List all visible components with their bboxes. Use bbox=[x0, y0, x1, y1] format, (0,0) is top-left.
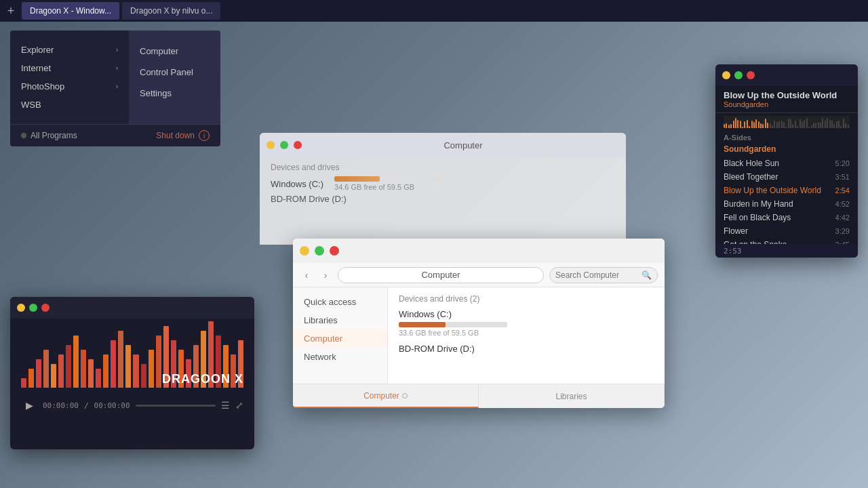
track-name: Fell on Black Days bbox=[724, 213, 791, 222]
play-button[interactable]: ▶ bbox=[21, 397, 37, 413]
windows-drive-bg: Windows (C:) 34.6 GB free of 59.5 GB bbox=[271, 176, 615, 191]
sidebar-item-computer[interactable]: Computer bbox=[293, 329, 387, 348]
waveform-bar-segment bbox=[724, 124, 725, 128]
address-bar[interactable]: Computer bbox=[338, 267, 544, 283]
waveform-bar-segment bbox=[762, 124, 764, 128]
footer-tab-computer[interactable]: Computer bbox=[293, 384, 479, 408]
menu-item-computer[interactable]: Computer bbox=[129, 41, 220, 62]
waveform-bar-segment bbox=[765, 119, 766, 128]
start-menu: Explorer › Internet › PhotoShop › WSB Co… bbox=[10, 30, 220, 146]
waveform-bar-segment bbox=[785, 127, 787, 128]
visualizer-bar bbox=[125, 345, 131, 388]
waveform-bar-segment bbox=[831, 121, 833, 128]
explorer-main-window: ‹ › Computer 🔍 Quick access Libraries Co… bbox=[293, 239, 665, 408]
track-duration: 2:54 bbox=[835, 186, 850, 195]
waveform-bar-segment bbox=[735, 118, 736, 128]
windows-drive-name: Windows (C:) bbox=[399, 309, 654, 319]
search-icon: 🔍 bbox=[642, 270, 652, 280]
menu-item-photoshop[interactable]: PhotoShop › bbox=[10, 77, 129, 96]
track-list-item[interactable]: Blow Up the Outside World2:54 bbox=[715, 184, 858, 197]
music-right-minimize-button[interactable] bbox=[722, 71, 730, 79]
windows-drive-entry[interactable]: Windows (C:) 33.6 GB free of 59.5 GB bbox=[399, 309, 654, 337]
visualizer-bar bbox=[118, 331, 123, 388]
new-tab-button[interactable]: + bbox=[3, 3, 19, 19]
sidebar-item-quick-access[interactable]: Quick access bbox=[293, 293, 387, 311]
explorer-sidebar: Quick access Libraries Computer Network bbox=[293, 287, 388, 384]
waveform-bar-segment bbox=[792, 124, 793, 128]
track-name: Flower bbox=[724, 226, 748, 236]
music-close-button[interactable] bbox=[41, 304, 50, 312]
music-title-text: DRAGOON X bbox=[162, 372, 243, 386]
waveform-display bbox=[724, 116, 850, 128]
waveform-bar-segment bbox=[820, 123, 821, 128]
track-name: Burden in My Hand bbox=[724, 199, 793, 209]
waveform-bar-segment bbox=[797, 126, 798, 128]
album-artist: Soundgarden bbox=[715, 144, 858, 157]
music-right-maximize-button[interactable] bbox=[734, 71, 743, 79]
track-duration: 5:20 bbox=[835, 159, 850, 167]
drives-label-bg: Devices and drives bbox=[271, 163, 615, 172]
close-button[interactable] bbox=[330, 246, 339, 256]
maximize-button[interactable] bbox=[315, 246, 324, 256]
track-list-item[interactable]: Flower3:29 bbox=[715, 224, 858, 238]
music-minimize-button[interactable] bbox=[17, 304, 25, 312]
back-button[interactable]: ‹ bbox=[300, 268, 313, 282]
waveform-bar-segment bbox=[788, 119, 789, 128]
sidebar-item-libraries[interactable]: Libraries bbox=[293, 311, 387, 329]
visualizer-bar bbox=[51, 364, 56, 388]
menu-item-control-panel[interactable]: Control Panel bbox=[129, 62, 220, 83]
start-menu-content: Explorer › Internet › PhotoShop › WSB Co… bbox=[10, 30, 220, 124]
search-input[interactable] bbox=[555, 270, 639, 280]
waveform-bar-segment bbox=[806, 118, 808, 128]
track-duration: 4:42 bbox=[835, 214, 850, 222]
waveform-bar-segment bbox=[751, 121, 753, 128]
shutdown-button[interactable]: Shut down i bbox=[156, 130, 210, 141]
visualizer-bar bbox=[133, 354, 138, 388]
waveform-bar-segment bbox=[808, 127, 810, 128]
bd-drive-entry[interactable]: BD-ROM Drive (D:) bbox=[399, 344, 654, 354]
start-menu-right: Computer Control Panel Settings bbox=[129, 30, 220, 124]
music-progress-bar[interactable] bbox=[136, 405, 216, 407]
waveform-bar-segment bbox=[836, 121, 837, 128]
menu-item-settings[interactable]: Settings bbox=[129, 83, 220, 104]
track-duration: 3:29 bbox=[835, 227, 850, 235]
waveform-bar-segment bbox=[833, 124, 835, 128]
forward-button[interactable]: › bbox=[319, 268, 332, 282]
drive-progress-bar bbox=[399, 322, 507, 327]
menu-item-explorer[interactable]: Explorer › bbox=[10, 41, 129, 59]
track-duration: 4:52 bbox=[835, 200, 850, 208]
music-right-close-button[interactable] bbox=[747, 71, 755, 79]
sidebar-item-network[interactable]: Network bbox=[293, 348, 387, 366]
waveform-bar-segment bbox=[813, 123, 814, 128]
waveform-bar-segment bbox=[742, 127, 743, 128]
music-maximize-button[interactable] bbox=[29, 304, 37, 312]
taskbar-tab-1[interactable]: Dragoon X - Window... bbox=[22, 2, 119, 20]
footer-dot-icon bbox=[402, 393, 408, 399]
footer-tab-libraries[interactable]: Libraries bbox=[479, 384, 665, 408]
visualizer-bar bbox=[73, 336, 79, 388]
track-list-item[interactable]: Black Hole Sun5:20 bbox=[715, 157, 858, 170]
taskbar-tab-2[interactable]: Dragoon X by nilvu o... bbox=[122, 2, 220, 20]
music-title-overlay: DRAGOON X bbox=[162, 372, 243, 386]
track-list-item[interactable]: Bleed Together3:51 bbox=[715, 170, 858, 184]
menu-item-wsb[interactable]: WSB bbox=[10, 96, 129, 114]
menu-item-internet[interactable]: Internet › bbox=[10, 59, 129, 77]
search-bar[interactable]: 🔍 bbox=[549, 267, 658, 283]
waveform-bar-segment bbox=[767, 123, 768, 128]
track-list-item[interactable]: Burden in My Hand4:52 bbox=[715, 197, 858, 211]
explorer-background-window: Computer Devices and drives Windows (C:)… bbox=[260, 133, 626, 245]
music-titlebar bbox=[10, 297, 254, 319]
playlist-icon[interactable]: ☰ bbox=[221, 400, 230, 411]
expand-icon[interactable]: ⤢ bbox=[235, 400, 243, 411]
all-programs-button[interactable]: All Programs bbox=[21, 131, 77, 140]
menu-item-label: Internet bbox=[21, 63, 51, 73]
waveform-bar-segment bbox=[755, 119, 757, 128]
waveform-bar-segment bbox=[758, 121, 760, 128]
track-list-item[interactable]: Fell on Black Days4:42 bbox=[715, 211, 858, 224]
minimize-button[interactable] bbox=[300, 246, 309, 256]
track-name: Black Hole Sun bbox=[724, 159, 779, 168]
waveform-bar-segment bbox=[740, 121, 741, 128]
waveform-bar-segment bbox=[825, 121, 826, 128]
waveform-bar-segment bbox=[845, 123, 846, 128]
time-current: 00:00:00 bbox=[43, 401, 79, 410]
